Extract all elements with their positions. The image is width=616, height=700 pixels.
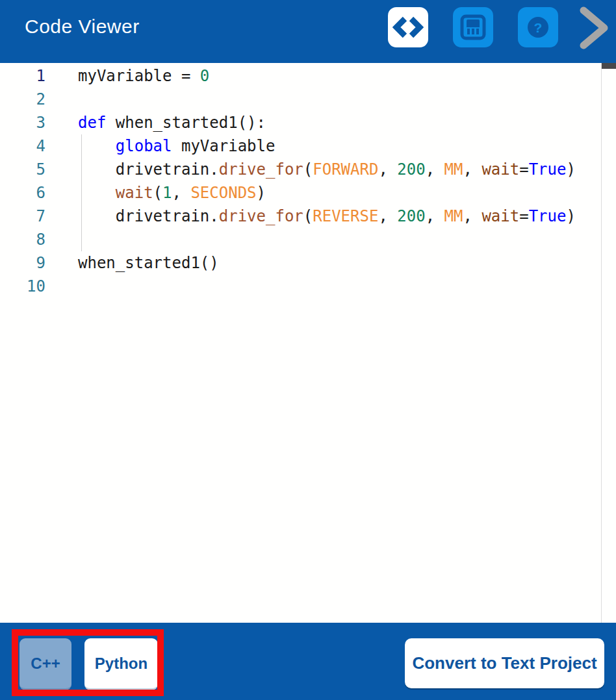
code-viewer-button[interactable] (388, 7, 428, 47)
brain-icon (457, 12, 489, 43)
code-text: wait(1, SECONDS) (78, 184, 266, 202)
code-line: 6 wait(1, SECONDS) (0, 181, 601, 205)
line-number: 1 (0, 67, 45, 85)
code-text: drivetrain.drive_for(REVERSE, 200, MM, w… (78, 207, 576, 225)
footer: C++ Python Convert to Text Project (0, 623, 616, 700)
code-line: 8 (0, 228, 601, 251)
code-area: 1myVariable = 023def when_started1():4 g… (0, 63, 616, 623)
code-line: 4 global myVariable (0, 134, 601, 158)
line-number: 7 (0, 207, 45, 225)
brain-button[interactable] (453, 7, 493, 47)
scrollbar-thumb[interactable] (602, 63, 616, 69)
help-button[interactable]: ? (518, 7, 558, 47)
line-number: 2 (0, 90, 45, 108)
chevron-right-icon (576, 5, 612, 51)
line-number: 8 (0, 231, 45, 249)
line-number: 4 (0, 137, 45, 155)
code-line: 10 (0, 275, 601, 298)
code-brackets-icon (392, 12, 424, 43)
code-text: global myVariable (78, 137, 275, 155)
expand-button[interactable] (576, 5, 612, 51)
code-text: when_started1() (78, 254, 219, 272)
code-line: 9when_started1() (0, 251, 601, 275)
convert-to-text-project-button[interactable]: Convert to Text Project (405, 638, 604, 688)
line-number: 5 (0, 160, 45, 179)
code-text: def when_started1(): (78, 114, 266, 132)
code-line: 2 (0, 88, 601, 111)
header: Code Viewer (0, 0, 616, 63)
code-line: 3def when_started1(): (0, 111, 601, 134)
scrollbar-track[interactable] (601, 63, 616, 623)
line-number: 3 (0, 114, 45, 132)
page-title: Code Viewer (25, 16, 140, 38)
cpp-tab[interactable]: C++ (19, 638, 71, 690)
python-tab[interactable]: Python (84, 638, 158, 690)
code-text: drivetrain.drive_for(FORWARD, 200, MM, w… (78, 160, 576, 179)
code-line: 1myVariable = 0 (0, 64, 601, 88)
code-text: myVariable = 0 (78, 67, 209, 85)
help-icon: ? (522, 12, 554, 43)
code-lines: 1myVariable = 023def when_started1():4 g… (0, 64, 601, 298)
line-number: 6 (0, 184, 45, 202)
code-line: 5 drivetrain.drive_for(FORWARD, 200, MM,… (0, 158, 601, 181)
svg-text:?: ? (534, 20, 543, 35)
line-number: 10 (0, 277, 45, 295)
code-line: 7 drivetrain.drive_for(REVERSE, 200, MM,… (0, 205, 601, 228)
line-number: 9 (0, 254, 45, 272)
code-viewer-window: Code Viewer (0, 0, 616, 700)
